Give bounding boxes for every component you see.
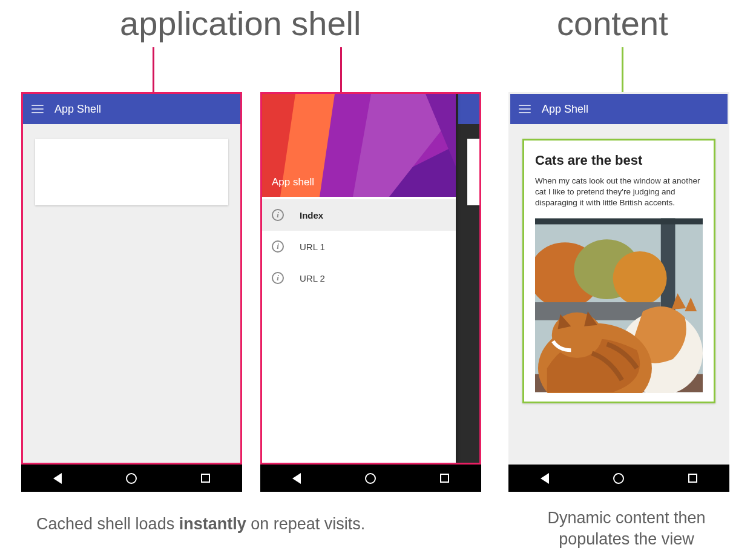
recents-icon[interactable] (201, 474, 210, 483)
phone-content: App Shell Cats are the best When my cats… (508, 92, 729, 492)
svg-point-11 (613, 251, 667, 305)
android-navbar (260, 465, 481, 492)
recents-icon[interactable] (688, 474, 697, 483)
caption-right: Dynamic content then populates the view (527, 508, 726, 550)
back-icon[interactable] (292, 473, 301, 484)
back-icon[interactable] (541, 473, 549, 484)
nav-item-url2[interactable]: i URL 2 (262, 262, 456, 294)
home-icon[interactable] (365, 473, 376, 484)
article-body: When my cats look out the window at anot… (535, 176, 703, 209)
connector-line (153, 47, 154, 93)
connector-line (340, 47, 342, 93)
content-card: Cats are the best When my cats look out … (522, 139, 715, 403)
screen: App shell i Index i URL 1 i URL 2 (260, 92, 481, 465)
phone-shell-empty: App Shell (21, 92, 242, 492)
nav-item-label: Index (300, 210, 323, 220)
label-application-shell: application shell (120, 4, 361, 43)
nav-list: i Index i URL 1 i URL 2 (262, 197, 456, 294)
peek-card (467, 139, 479, 205)
home-icon[interactable] (126, 473, 137, 484)
phone-shell-drawer: App shell i Index i URL 1 i URL 2 (260, 92, 481, 492)
nav-item-index[interactable]: i Index (262, 199, 456, 231)
drawer-title: App shell (272, 176, 314, 188)
drawer-header: App shell (262, 94, 456, 197)
back-icon[interactable] (53, 473, 62, 484)
article-photo-cats (535, 217, 703, 393)
screen: App Shell (21, 92, 242, 465)
home-icon[interactable] (613, 473, 624, 484)
article-heading: Cats are the best (535, 153, 703, 168)
info-icon: i (272, 209, 284, 221)
svg-point-18 (552, 313, 602, 358)
top-labels: application shell content (0, 4, 756, 82)
nav-drawer: App shell i Index i URL 1 i URL 2 (262, 94, 456, 463)
caption-text: Cached shell loads (36, 515, 179, 533)
caption-bold: instantly (179, 515, 246, 533)
android-navbar (21, 465, 242, 492)
nav-item-label: URL 2 (300, 273, 325, 283)
recents-icon[interactable] (440, 474, 449, 483)
android-navbar (508, 465, 729, 492)
info-icon: i (272, 240, 284, 253)
toolbar-title: App Shell (54, 103, 101, 116)
empty-content-card (35, 139, 228, 205)
nav-item-label: URL 1 (300, 242, 325, 252)
svg-rect-8 (535, 218, 703, 224)
peek-toolbar (458, 94, 479, 124)
menu-icon[interactable] (519, 105, 531, 113)
caption-text: on repeat visits. (246, 515, 366, 533)
app-toolbar: App Shell (510, 94, 728, 124)
info-icon: i (272, 272, 284, 284)
label-content: content (557, 4, 668, 43)
toolbar-title: App Shell (542, 103, 588, 116)
menu-icon[interactable] (31, 105, 44, 113)
nav-item-url1[interactable]: i URL 1 (262, 231, 456, 262)
caption-left: Cached shell loads instantly on repeat v… (36, 515, 365, 534)
screen: App Shell Cats are the best When my cats… (508, 92, 729, 465)
app-toolbar: App Shell (23, 94, 240, 124)
